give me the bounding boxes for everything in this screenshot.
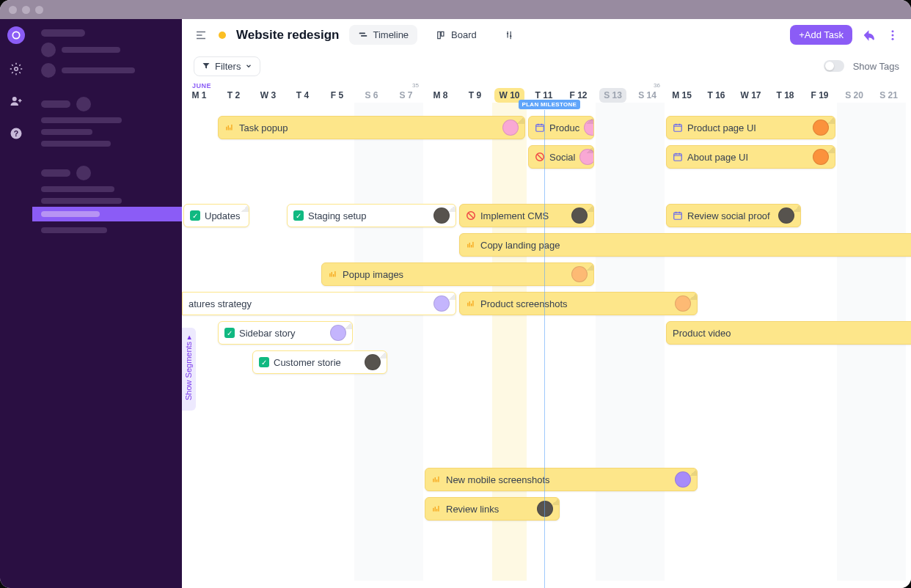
day-header[interactable]: S 13 — [596, 88, 630, 103]
day-header[interactable]: 36S 14 — [630, 88, 665, 103]
svg-rect-24 — [467, 244, 468, 248]
traffic-light-close[interactable] — [9, 6, 17, 14]
assignee-avatar[interactable] — [675, 295, 691, 312]
progress-icon — [466, 298, 476, 309]
task-label: Task popup — [239, 122, 288, 133]
show-tags-toggle[interactable] — [824, 60, 844, 72]
assignee-avatar[interactable] — [778, 207, 794, 224]
check-icon: ✓ — [293, 210, 304, 221]
filter-bar: Filters Show Tags — [182, 51, 911, 81]
day-header[interactable]: M 8 — [423, 88, 458, 103]
day-header[interactable]: T 9 — [458, 88, 492, 103]
svg-text:?: ? — [14, 129, 18, 138]
task-bar[interactable]: ✓Customer storie — [252, 350, 387, 374]
filters-button[interactable]: Filters — [194, 56, 260, 76]
svg-rect-19 — [674, 125, 682, 131]
task-bar[interactable]: About page UI — [666, 145, 835, 169]
add-task-button[interactable]: +Add Task — [790, 25, 852, 45]
svg-rect-14 — [226, 127, 227, 131]
day-header[interactable]: T 4 — [285, 88, 320, 103]
day-header[interactable]: 35S 7 — [389, 88, 423, 103]
day-header[interactable]: T 18 — [768, 88, 802, 103]
more-menu-icon[interactable] — [886, 29, 899, 42]
traffic-light-minimize[interactable] — [22, 6, 30, 14]
task-bar[interactable]: ✓Staging setup — [287, 204, 456, 227]
task-bar[interactable]: Product video — [666, 321, 911, 345]
milestone-badge[interactable]: PLAN MILESTONE — [519, 100, 581, 109]
show-segments-tab[interactable]: Show Segments ▸ — [182, 328, 196, 411]
day-header[interactable]: M 1 — [182, 88, 216, 103]
svg-rect-16 — [230, 128, 230, 131]
progress-icon — [224, 122, 235, 133]
assignee-avatar[interactable] — [571, 266, 588, 282]
assignee-avatar[interactable] — [433, 295, 450, 312]
collapse-sidebar-icon[interactable] — [194, 28, 208, 43]
check-icon: ✓ — [190, 210, 200, 221]
svg-rect-5 — [359, 32, 365, 34]
svg-rect-28 — [329, 273, 330, 277]
tasks-layer: Task popupProducProduct page UISocialAbo… — [182, 103, 911, 581]
tab-board[interactable]: Board — [428, 25, 486, 45]
day-header[interactable]: S 6 — [354, 88, 389, 103]
task-bar[interactable]: Copy landing page — [459, 233, 911, 257]
task-bar[interactable]: atures strategy — [182, 292, 456, 315]
svg-point-2 — [12, 97, 17, 101]
task-bar[interactable]: Implement CMS — [459, 204, 594, 227]
gear-icon[interactable] — [9, 62, 23, 76]
day-header[interactable]: W 17 — [733, 88, 768, 103]
task-bar[interactable]: Produc — [528, 116, 594, 139]
share-icon[interactable] — [863, 29, 876, 42]
task-bar[interactable]: Review social proof — [666, 204, 801, 227]
svg-rect-33 — [469, 301, 470, 306]
svg-rect-36 — [433, 479, 433, 482]
task-bar[interactable]: Task popup — [218, 116, 525, 139]
svg-point-10 — [510, 35, 511, 37]
assignee-avatar[interactable] — [330, 325, 346, 341]
assignee-avatar[interactable] — [813, 149, 829, 165]
task-bar[interactable]: Popup images — [321, 262, 594, 286]
timeline[interactable]: JUNE M 1T 2W 3T 4F 5S 635S 7M 8T 9W 10T … — [182, 81, 911, 588]
task-bar[interactable]: ✓Updates — [183, 204, 249, 227]
day-header[interactable]: M 15 — [665, 88, 699, 103]
day-header[interactable]: T 2 — [216, 88, 251, 103]
day-header[interactable]: T 16 — [699, 88, 733, 103]
sidebar-item-active[interactable] — [32, 207, 182, 221]
task-bar[interactable]: Social — [528, 145, 594, 169]
assignee-avatar[interactable] — [502, 120, 519, 136]
svg-rect-37 — [435, 477, 436, 482]
help-icon[interactable]: ? — [9, 126, 23, 141]
assignee-avatar[interactable] — [537, 501, 553, 517]
traffic-light-maximize[interactable] — [35, 6, 43, 14]
assignee-avatar[interactable] — [433, 207, 450, 224]
view-options-button[interactable] — [496, 26, 524, 45]
app-logo-icon[interactable] — [7, 26, 25, 44]
user-add-icon[interactable] — [9, 94, 23, 109]
svg-rect-6 — [362, 35, 367, 37]
day-header[interactable]: S 20 — [837, 88, 871, 103]
svg-rect-43 — [438, 506, 439, 512]
assignee-avatar[interactable] — [813, 120, 829, 136]
day-header[interactable]: S 21 — [871, 88, 906, 103]
task-bar[interactable]: ✓Sidebar story — [218, 321, 353, 345]
chevron-down-icon — [245, 62, 252, 70]
tab-timeline[interactable]: Timeline — [349, 25, 417, 45]
assignee-avatar[interactable] — [571, 207, 588, 224]
calendar-icon — [673, 152, 683, 162]
assignee-avatar[interactable] — [675, 471, 691, 488]
assignee-avatar[interactable] — [365, 354, 381, 370]
day-header[interactable]: W 3 — [251, 88, 285, 103]
svg-rect-39 — [438, 477, 439, 482]
day-header[interactable]: F 5 — [320, 88, 354, 103]
svg-point-11 — [892, 30, 894, 32]
task-bar[interactable]: New mobile screenshots — [425, 468, 698, 491]
svg-rect-8 — [442, 32, 444, 36]
task-label: Implement CMS — [480, 210, 549, 221]
task-bar[interactable]: Review links — [425, 497, 560, 521]
svg-rect-15 — [228, 125, 229, 130]
task-label: Customer storie — [274, 357, 341, 368]
task-label: New mobile screenshots — [446, 474, 550, 485]
task-bar[interactable]: Product screenshots — [459, 292, 698, 315]
day-header[interactable]: F 19 — [802, 88, 837, 103]
svg-rect-32 — [467, 303, 468, 306]
task-bar[interactable]: Product page UI — [666, 116, 835, 139]
